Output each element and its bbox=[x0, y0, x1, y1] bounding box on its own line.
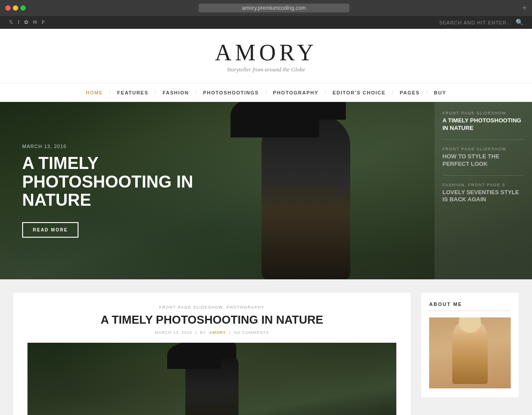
facebook-icon[interactable]: f bbox=[18, 19, 20, 26]
article-category: FRONT PAGE SLIDESHOW, PHOTOGRAPHY bbox=[27, 305, 396, 309]
site-subtitle: Storyteller from around the Globe bbox=[9, 66, 523, 73]
browser-chrome: + bbox=[0, 0, 532, 16]
sidebar-widget: ABOUT ME bbox=[421, 293, 519, 415]
new-tab-button[interactable]: + bbox=[522, 4, 527, 12]
hero-sidebar: FRONT PAGE SLIDESHOW A TIMELY PHOTOSHOOT… bbox=[434, 102, 532, 279]
dot-red[interactable] bbox=[5, 5, 11, 11]
about-widget: ABOUT ME bbox=[421, 293, 519, 397]
main-nav: HOME / FEATURES / FASHION / PHOTOSHOOTIN… bbox=[0, 83, 532, 102]
sidebar-category-3: FASHION, FRONT PAGE S bbox=[442, 183, 524, 187]
hero-title: A TIMELY PHOTOSHOOTING IN NATURE bbox=[22, 154, 208, 210]
sidebar-title-3: LOVELY SEVENTIES STYLE IS BACK AGAIN bbox=[442, 189, 524, 204]
dot-yellow[interactable] bbox=[13, 5, 18, 11]
article-author-link[interactable]: AMORY bbox=[209, 330, 226, 335]
widget-title: ABOUT ME bbox=[429, 301, 511, 311]
mini-figure bbox=[185, 352, 239, 415]
email-icon[interactable]: ✉ bbox=[33, 19, 37, 26]
hero-date: MARCH 13, 2016 bbox=[22, 144, 412, 149]
article-image bbox=[27, 343, 396, 415]
rss-icon[interactable]: P bbox=[42, 19, 45, 26]
sidebar-entry-1[interactable]: FRONT PAGE SLIDESHOW A TIMELY PHOTOSHOOT… bbox=[442, 111, 524, 132]
dot-green[interactable] bbox=[20, 5, 26, 11]
top-bar: 𝕏 f ✿ ✉ P SEARCH AND HIT ENTER... 🔍 bbox=[0, 16, 532, 29]
article-image-inner bbox=[27, 343, 396, 415]
read-more-button[interactable]: READ MORE bbox=[22, 222, 78, 238]
article-card: FRONT PAGE SLIDESHOW, PHOTOGRAPHY A TIME… bbox=[13, 293, 411, 415]
widget-image bbox=[429, 317, 511, 388]
sidebar-title-2: HOW TO STYLE THE PERFECT LOOK bbox=[442, 153, 524, 168]
sidebar-divider-2 bbox=[442, 175, 524, 176]
main-content: FRONT PAGE SLIDESHOW, PHOTOGRAPHY A TIME… bbox=[13, 293, 411, 415]
browser-dots bbox=[5, 5, 26, 11]
browser-right: + bbox=[522, 4, 527, 12]
widget-figure bbox=[429, 317, 511, 388]
nav-items: HOME / FEATURES / FASHION / PHOTOSHOOTIN… bbox=[79, 89, 452, 96]
site-header: AMORY Storyteller from around the Globe bbox=[0, 29, 532, 83]
nav-item-home[interactable]: HOME bbox=[79, 90, 109, 95]
site-title: AMORY bbox=[9, 41, 523, 64]
nav-item-buy[interactable]: BUY bbox=[428, 90, 453, 95]
search-bar-area: SEARCH AND HIT ENTER... 🔍 bbox=[439, 19, 523, 26]
address-bar bbox=[29, 4, 518, 12]
article-comments: NO COMMENTS bbox=[234, 330, 269, 335]
search-placeholder-text: SEARCH AND HIT ENTER... bbox=[439, 20, 512, 25]
pinterest-icon[interactable]: ✿ bbox=[24, 19, 28, 26]
article-date: MARCH 13, 2016 bbox=[155, 330, 192, 335]
nav-item-photography[interactable]: PHOTOGRAPHY bbox=[267, 90, 325, 95]
sidebar-entry-3[interactable]: FASHION, FRONT PAGE S LOVELY SEVENTIES S… bbox=[442, 183, 524, 204]
sidebar-title-1: A TIMELY PHOTOSHOOTING IN NATURE bbox=[442, 117, 524, 132]
nav-item-features[interactable]: FEATURES bbox=[111, 90, 154, 95]
sidebar-category-1: FRONT PAGE SLIDESHOW bbox=[442, 111, 524, 115]
nav-item-editors-choice[interactable]: EDITOR'S CHOICE bbox=[326, 90, 392, 95]
nav-item-photoshootings[interactable]: PHOTOSHOOTINGS bbox=[197, 90, 265, 95]
twitter-icon[interactable]: 𝕏 bbox=[9, 19, 13, 26]
nav-item-fashion[interactable]: FASHION bbox=[156, 90, 195, 95]
article-title[interactable]: A TIMELY PHOTOSHOOTING IN NATURE bbox=[27, 313, 396, 327]
hero-content: MARCH 13, 2016 A TIMELY PHOTOSHOOTING IN… bbox=[0, 102, 434, 279]
social-icons: 𝕏 f ✿ ✉ P bbox=[9, 19, 45, 26]
content-area: FRONT PAGE SLIDESHOW, PHOTOGRAPHY A TIME… bbox=[0, 279, 532, 415]
article-meta: MARCH 13, 2016 | BY AMORY | NO COMMENTS bbox=[27, 330, 396, 335]
hero-section: MARCH 13, 2016 A TIMELY PHOTOSHOOTING IN… bbox=[0, 102, 532, 279]
sidebar-entry-2[interactable]: FRONT PAGE SLIDESHOW HOW TO STYLE THE PE… bbox=[442, 147, 524, 168]
article-by: BY bbox=[200, 330, 206, 335]
url-input[interactable] bbox=[199, 4, 349, 12]
search-icon[interactable]: 🔍 bbox=[516, 19, 523, 26]
sidebar-category-2: FRONT PAGE SLIDESHOW bbox=[442, 147, 524, 151]
sidebar-divider-1 bbox=[442, 139, 524, 140]
blonde-silhouette bbox=[452, 322, 488, 384]
nav-item-pages[interactable]: PAGES bbox=[394, 90, 426, 95]
